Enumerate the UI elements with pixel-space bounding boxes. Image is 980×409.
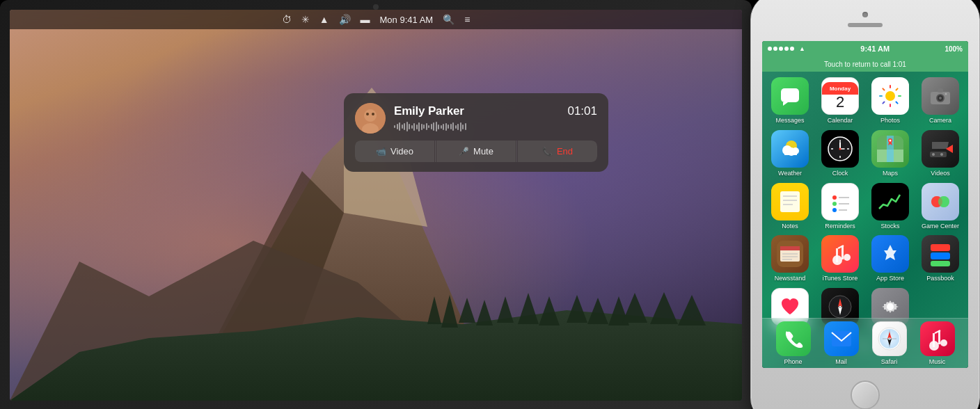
mute-button[interactable]: 🎤 Mute — [436, 141, 516, 162]
iphone-screen: ▲ 9:41 AM 100% Touch to return to call 1… — [762, 41, 968, 368]
facetime-notification: Emily Parker — [344, 93, 608, 172]
svg-rect-29 — [895, 101, 899, 104]
signal-dot-1 — [768, 47, 772, 51]
svg-rect-91 — [931, 252, 950, 259]
svg-marker-10 — [518, 293, 539, 324]
svg-point-63 — [932, 153, 935, 156]
dock-music[interactable]: Music — [920, 321, 955, 366]
passbook-icon — [922, 235, 959, 273]
signal-indicator — [768, 47, 794, 51]
safari-icon — [872, 321, 907, 356]
gamecenter-label: Game Center — [922, 223, 959, 230]
app-gamecenter[interactable]: Game Center — [917, 183, 964, 230]
svg-rect-23 — [781, 88, 799, 102]
music-icon — [920, 321, 955, 356]
svg-rect-108 — [933, 333, 935, 347]
svg-point-97 — [839, 306, 841, 308]
iphone-home-button[interactable] — [851, 380, 880, 409]
iphone-statusbar: ▲ 9:41 AM 100% — [762, 41, 968, 56]
svg-point-59 — [890, 139, 892, 141]
notification-buttons: 📹 Video 🎤 Mute 📞 End — [355, 141, 597, 162]
svg-rect-31 — [882, 101, 885, 104]
appstore-label: App Store — [876, 275, 904, 282]
search-icon[interactable]: 🔍 — [443, 14, 455, 25]
app-maps[interactable]: Maps — [867, 130, 914, 177]
app-messages[interactable]: Messages — [766, 77, 814, 125]
itunes-label: iTunes Store — [823, 275, 858, 282]
caller-avatar — [355, 103, 386, 134]
svg-point-38 — [939, 97, 942, 99]
mac-camera — [373, 4, 379, 10]
svg-rect-90 — [931, 244, 950, 251]
app-itunes[interactable]: iTunes Store — [816, 235, 864, 282]
signal-dot-4 — [784, 47, 789, 51]
svg-rect-88 — [836, 248, 838, 262]
svg-point-71 — [832, 208, 837, 212]
end-icon: 📞 — [542, 147, 553, 157]
app-reminders[interactable]: Reminders — [816, 183, 864, 230]
notes-label: Notes — [782, 223, 798, 230]
iphone-time: 9:41 AM — [807, 45, 943, 53]
app-videos[interactable]: Videos — [917, 130, 964, 177]
passbook-label: Passbook — [926, 275, 954, 282]
svg-marker-11 — [539, 296, 560, 326]
signal-dot-5 — [790, 47, 794, 51]
app-weather[interactable]: Weather — [766, 130, 814, 177]
svg-rect-65 — [780, 191, 800, 212]
svg-point-106 — [940, 339, 947, 346]
app-appstore[interactable]: App Store — [867, 235, 914, 282]
iphone-dock: Phone Mail — [762, 318, 968, 368]
iphone-camera — [862, 12, 868, 17]
svg-rect-92 — [931, 261, 950, 266]
end-label: End — [557, 146, 573, 157]
menubar-center: ⏱ ✳ ▲ 🔊 ▬ Mon 9:41 AM 🔍 ≡ — [282, 14, 471, 25]
stocks-label: Stocks — [880, 223, 899, 230]
app-newsstand[interactable]: Newsstand — [766, 235, 814, 282]
bluetooth-icon: ✳ — [301, 14, 310, 25]
svg-point-21 — [366, 113, 369, 115]
svg-rect-98 — [832, 331, 851, 346]
phone-icon — [776, 321, 811, 356]
app-clock[interactable]: Clock — [816, 130, 864, 177]
notes-icon — [771, 183, 809, 220]
app-stocks[interactable]: Stocks — [867, 183, 914, 230]
call-return-bar[interactable]: Touch to return to call 1:01 — [762, 56, 968, 72]
dock-safari[interactable]: Safari — [872, 321, 907, 366]
battery-icon: ▬ — [361, 14, 370, 25]
app-passbook[interactable]: Passbook — [917, 235, 964, 282]
notification-center-icon[interactable]: ≡ — [464, 14, 470, 25]
app-camera[interactable]: Camera — [917, 77, 964, 125]
mac-screen: ⏱ ✳ ▲ 🔊 ▬ Mon 9:41 AM 🔍 ≡ — [10, 10, 742, 401]
svg-rect-30 — [890, 104, 891, 107]
svg-point-53 — [839, 147, 841, 150]
svg-rect-35 — [938, 88, 943, 93]
menubar-time: Mon 9:41 AM — [380, 15, 434, 25]
video-label: Video — [390, 146, 413, 157]
calendar-icon: Monday 2 — [821, 77, 859, 115]
svg-rect-32 — [879, 95, 883, 97]
wifi-icon: ▲ — [319, 14, 329, 25]
video-button[interactable]: 📹 Video — [355, 141, 434, 162]
mail-label: Mail — [835, 358, 847, 366]
svg-rect-44 — [784, 152, 797, 155]
dock-phone[interactable]: Phone — [776, 321, 811, 366]
appstore-icon — [871, 235, 909, 273]
svg-marker-8 — [476, 300, 493, 326]
dock-mail[interactable]: Mail — [824, 321, 859, 366]
newsstand-icon — [771, 235, 809, 273]
app-calendar[interactable]: Monday 2 Calendar — [816, 77, 864, 125]
app-notes[interactable]: Notes — [766, 183, 814, 230]
svg-marker-16 — [650, 292, 678, 324]
phone-label: Phone — [784, 358, 802, 366]
svg-marker-7 — [459, 298, 475, 323]
photos-icon — [871, 77, 909, 115]
mountain-illustration — [10, 18, 742, 401]
mac-wallpaper: ⏱ ✳ ▲ 🔊 ▬ Mon 9:41 AM 🔍 ≡ — [10, 10, 742, 401]
app-photos[interactable]: Photos — [867, 77, 914, 125]
end-button[interactable]: 📞 End — [518, 141, 597, 162]
svg-marker-13 — [587, 298, 608, 324]
reminders-label: Reminders — [825, 223, 855, 230]
maps-label: Maps — [883, 170, 898, 177]
mac-bezel: ⏱ ✳ ▲ 🔊 ▬ Mon 9:41 AM 🔍 ≡ — [0, 0, 752, 409]
iphone-section: ▲ 9:41 AM 100% Touch to return to call 1… — [702, 0, 980, 409]
